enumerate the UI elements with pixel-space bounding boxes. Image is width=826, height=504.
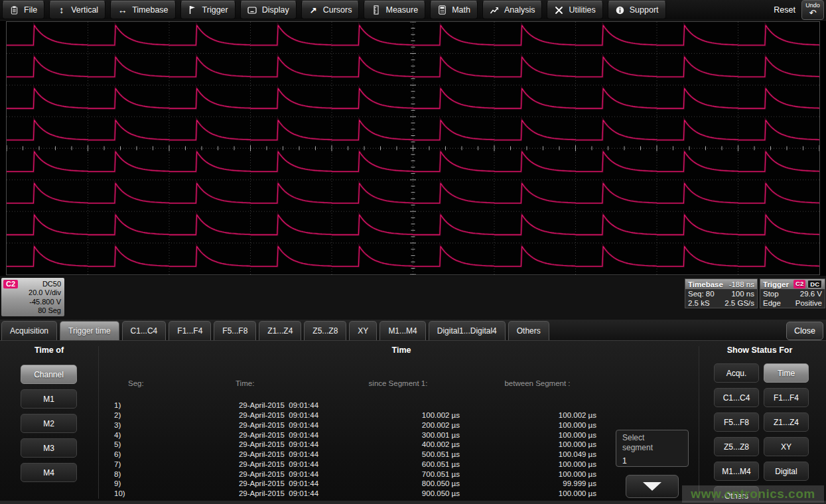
menu-item-label: Support [630,5,659,15]
time-of-button-m4[interactable]: M4 [21,463,77,482]
panel-separator-right [699,346,699,499]
segment-table: 1)29-April-2015 09:01:442)29-April-2015 … [100,401,596,499]
menu-item-vertical[interactable]: ↕Vertical [49,1,105,19]
menu-item-cursors[interactable]: ↗Cursors [301,1,360,19]
trigger-flag-icon [188,5,198,15]
status-button-c1-c4[interactable]: C1...C4 [714,388,759,407]
cell-time: 29-April-2015 09:01:44 [169,421,388,429]
menu-item-label: Utilities [569,5,595,15]
cell-between-segment: 100.002 µs [460,411,596,419]
channel-offset: -45.800 V [3,298,61,307]
time-of-title: Time of [0,346,98,355]
menu-item-utilities[interactable]: Utilities [547,1,602,19]
trigger-slope: Positive [795,298,822,308]
close-button[interactable]: Close [786,322,823,340]
cell-since-segment-1: 200.002 µs [388,421,460,429]
cell-seg: 6) [100,450,169,458]
trigger-coupling-badge: DC [807,280,822,288]
waveform-display [6,21,820,275]
timebase-seq: Seq: 80 [688,289,715,298]
trigger-level: 29.6 V [800,289,822,298]
table-row: 6)29-April-2015 09:01:44500.051 µs100.04… [100,450,596,460]
status-button-time[interactable]: Time [764,363,809,383]
cell-since-segment-1: 500.051 µs [388,450,460,458]
tools-icon [554,6,564,15]
tab-z1-z4[interactable]: Z1...Z4 [259,321,301,340]
tab-others[interactable]: Others [508,321,549,340]
status-button-f5-f8[interactable]: F5...F8 [714,412,759,432]
cell-since-segment-1: 100.002 µs [388,411,460,419]
header-time: Time: [236,379,254,387]
header-between-segment: between Segment : [504,379,570,387]
cell-since-segment-1: 600.051 µs [388,460,460,468]
cell-seg: 3) [100,421,169,429]
menu-item-timebase[interactable]: ↔Timebase [110,1,175,19]
menu-item-label: File [24,5,37,15]
watermark-text: www.cntronics.com [691,487,815,501]
menu-item-label: Cursors [323,5,352,15]
tab-z5-z8[interactable]: Z5...Z8 [304,321,346,340]
timebase-per-div: 100 ns [731,289,754,298]
cell-between-segment: 100.000 µs [460,440,596,448]
cell-seg: 1) [100,401,169,409]
table-row: 7)29-April-2015 09:01:44600.051 µs100.00… [100,460,596,470]
select-segment-value: 1 [622,456,682,466]
cell-between-segment: 100.000 µs [460,489,596,497]
tab-f1-f4[interactable]: F1...F4 [169,321,211,340]
cell-between-segment: 100.000 µs [460,421,596,429]
ruler-icon [371,5,381,15]
menu-item-label: Display [262,5,289,15]
cell-time: 29-April-2015 09:01:44 [169,460,388,468]
horizontal-arrows-icon: ↔ [117,5,127,15]
menu-item-support[interactable]: Support [608,1,666,19]
channel-c2-descriptor[interactable]: C2 DC50 20.0 V/div -45.800 V 80 Seg [1,278,64,316]
menu-item-display[interactable]: Display [240,1,297,19]
menu-item-measure[interactable]: Measure [364,1,425,19]
status-button-z5-z8[interactable]: Z5...Z8 [714,437,759,456]
tab-acquisition[interactable]: Acquisition [1,321,57,340]
cell-between-segment: 100.000 µs [460,470,596,478]
tab-digital1-digital4[interactable]: Digital1...Digital4 [429,321,506,340]
undo-button[interactable]: Undo ↶ [801,0,824,20]
header-seg: Seg: [128,379,144,387]
status-button-xy[interactable]: XY [764,437,809,456]
menu-item-math[interactable]: Math [430,1,478,19]
time-of-button-m2[interactable]: M2 [21,414,77,433]
menu-item-file[interactable]: File [2,1,44,19]
channel-coupling: DC50 [42,280,61,288]
trigger-descriptor[interactable]: Trigger C2 DC Stop 29.6 V Edge Positive [760,279,825,308]
tab-trigger-time[interactable]: Trigger time [60,321,119,340]
status-button-acqu-[interactable]: Acqu. [714,363,759,383]
trigger-source-badge: C2 [793,280,805,288]
cell-time: 29-April-2015 09:01:44 [169,440,388,448]
time-of-button-m3[interactable]: M3 [21,438,77,458]
segment-table-header: Seg: Time: since Segment 1: between Segm… [0,379,826,389]
select-segment-label-2: segment [622,443,682,453]
sequence-waveform-mosaic [7,22,819,275]
select-segment-field[interactable]: Select segment 1 [616,430,689,467]
menu-item-label: Analysis [504,5,535,15]
cell-since-segment-1: 300.001 µs [388,431,460,439]
cursor-arrow-icon: ↗ [309,6,318,15]
table-row: 2)29-April-2015 09:01:44100.002 µs100.00… [100,410,596,420]
tab-xy[interactable]: XY [349,321,377,340]
table-row: 9)29-April-2015 09:01:44800.050 µs99.999… [100,479,596,489]
dialog-tab-bar: AcquisitionTrigger timeC1...C4F1...F4F5.… [0,320,826,340]
status-button-f1-f4[interactable]: F1...F4 [764,388,809,407]
tab-c1-c4[interactable]: C1...C4 [122,321,167,340]
reset-button[interactable]: Reset [774,5,795,15]
panel-separator-left [98,346,99,499]
table-row: 3)29-April-2015 09:01:44200.002 µs100.00… [100,420,596,430]
timebase-descriptor[interactable]: Timebase -188 ns Seq: 80 100 ns 2.5 kS 2… [685,279,758,308]
cell-seg: 2) [100,411,169,419]
menu-item-label: Vertical [71,5,98,15]
tab-f5-f8[interactable]: F5...F8 [214,321,256,340]
segment-scroll-down-button[interactable] [626,475,679,498]
menu-item-trigger[interactable]: Trigger [180,1,236,19]
tab-m1-m4[interactable]: M1...M4 [379,321,425,340]
status-button-z1-z4[interactable]: Z1...Z4 [764,412,809,432]
menu-item-analysis[interactable]: Analysis [482,1,543,19]
status-button-m1-m4[interactable]: M1...M4 [714,462,759,481]
status-button-digital[interactable]: Digital [764,462,809,481]
time-of-button-m1[interactable]: M1 [21,389,77,409]
